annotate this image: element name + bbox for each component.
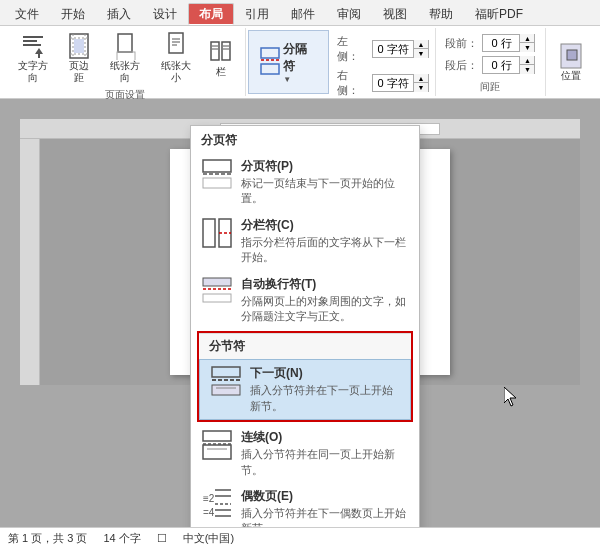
orientation-label: 纸张方向 (106, 60, 145, 84)
svg-rect-18 (222, 42, 230, 60)
svg-rect-28 (203, 160, 231, 172)
svg-rect-39 (212, 385, 240, 395)
text-wrap-icon (201, 276, 233, 308)
continuous-icon (201, 429, 233, 461)
svg-rect-43 (203, 445, 231, 459)
menu-item-even-page[interactable]: ≡2 =4 偶数页(E) 插入分节符并在下一偶数页上开始新节。 (191, 483, 419, 527)
ribbon: 文字方向 页边距 (0, 26, 600, 99)
before-down[interactable]: ▼ (520, 43, 534, 52)
char-count: 14 个字 (103, 531, 140, 546)
svg-rect-30 (203, 178, 231, 188)
breaks-button[interactable]: 分隔符 ▼ (255, 39, 322, 86)
page-info: 第 1 页，共 3 页 (8, 531, 87, 546)
before-arrows: ▲ ▼ (519, 34, 534, 52)
menu-item-next-page-text: 下一页(N) 插入分节符并在下一页上开始新节。 (250, 365, 400, 414)
columns-icon (207, 38, 235, 66)
tab-design[interactable]: 设计 (142, 3, 188, 25)
menu-item-column-break[interactable]: 分栏符(C) 指示分栏符后面的文字将从下一栏开始。 (191, 212, 419, 271)
menu-item-text-wrap-text: 自动换行符(T) 分隔网页上的对象周围的文字，如分隔题注文字与正文。 (241, 276, 409, 325)
tab-review[interactable]: 审阅 (326, 3, 372, 25)
tab-layout[interactable]: 布局 (188, 3, 234, 25)
indent-right-down[interactable]: ▼ (414, 83, 428, 92)
breaks-group: 分隔符 ▼ (248, 30, 329, 94)
status-bar: 第 1 页，共 3 页 14 个字 ☐ 中文(中国) (0, 527, 600, 549)
indent-left-spin[interactable]: ▲ ▼ (372, 40, 429, 58)
position-button[interactable]: 位置 (553, 40, 589, 84)
svg-rect-12 (117, 52, 135, 60)
position-group: 位置 (546, 28, 596, 96)
menu-item-continuous-desc: 插入分节符并在同一页上开始新节。 (241, 447, 409, 478)
before-up[interactable]: ▲ (520, 34, 534, 43)
indent-left-down[interactable]: ▼ (414, 49, 428, 58)
indent-left-label: 左侧： (337, 34, 368, 64)
text-direction-button[interactable]: 文字方向 (10, 30, 57, 86)
main-area: 这是封面 ¶ ¶ ¶ ¶ ¶ (0, 99, 600, 527)
breaks-menu: 分页符 分页符(P) 标记一页结束与下一页开始的位置。 (190, 125, 420, 527)
size-label: 纸张大小 (157, 60, 196, 84)
menu-item-continuous[interactable]: 连续(O) 插入分节符并在同一页上开始新节。 (191, 424, 419, 483)
indent-left-arrows: ▲ ▼ (413, 40, 428, 58)
menu-item-continuous-title: 连续(O) (241, 429, 409, 446)
before-input[interactable] (483, 37, 519, 49)
svg-rect-41 (203, 431, 231, 441)
tab-view[interactable]: 视图 (372, 3, 418, 25)
spacing-group: 段前： ▲ ▼ 段后： (436, 28, 546, 96)
size-button[interactable]: 纸张大小 (153, 30, 200, 86)
menu-item-next-page[interactable]: 下一页(N) 插入分节符并在下一页上开始新节。 (199, 359, 411, 420)
menu-item-page-break[interactable]: 分页符(P) 标记一页结束与下一页开始的位置。 (191, 153, 419, 212)
tab-help[interactable]: 帮助 (418, 3, 464, 25)
margins-icon (65, 32, 93, 60)
next-page-icon (210, 365, 242, 397)
svg-rect-23 (261, 48, 279, 58)
indent-right-up[interactable]: ▲ (414, 74, 428, 83)
svg-rect-13 (169, 33, 183, 53)
indent-right-spin[interactable]: ▲ ▼ (372, 74, 429, 92)
breaks-label: 分隔符 (283, 41, 318, 75)
menu-item-next-page-desc: 插入分节符并在下一页上开始新节。 (250, 383, 400, 414)
tab-references[interactable]: 引用 (234, 3, 280, 25)
position-label: 位置 (561, 70, 581, 82)
indent-left-input[interactable] (373, 43, 413, 55)
tab-file[interactable]: 文件 (4, 3, 50, 25)
ribbon-content: 文字方向 页边距 (0, 26, 600, 98)
spacing-icons: 段前： ▲ ▼ 段后： (445, 30, 535, 78)
menu-item-page-break-text: 分页符(P) 标记一页结束与下一页开始的位置。 (241, 158, 409, 207)
after-spin[interactable]: ▲ ▼ (482, 56, 535, 74)
text-direction-icon (19, 32, 47, 60)
after-label: 段后： (445, 58, 478, 73)
language-item: 中文(中国) (183, 531, 234, 546)
text-direction-label: 文字方向 (14, 60, 53, 84)
breaks-icon (259, 46, 281, 78)
after-arrows: ▲ ▼ (519, 56, 534, 74)
tab-foxit[interactable]: 福昕PDF (464, 3, 534, 25)
columns-label: 栏 (216, 66, 226, 78)
svg-rect-25 (261, 64, 279, 74)
page-count: 第 1 页，共 3 页 (8, 531, 87, 546)
position-icons: 位置 (553, 30, 589, 94)
menu-item-text-wrap-title: 自动换行符(T) (241, 276, 409, 293)
menu-item-column-break-text: 分栏符(C) 指示分栏符后面的文字将从下一栏开始。 (241, 217, 409, 266)
tab-insert[interactable]: 插入 (96, 3, 142, 25)
after-up[interactable]: ▲ (520, 56, 534, 65)
after-down[interactable]: ▼ (520, 65, 534, 74)
menu-item-text-wrap[interactable]: 自动换行符(T) 分隔网页上的对象周围的文字，如分隔题注文字与正文。 (191, 271, 419, 330)
margins-button[interactable]: 页边距 (61, 30, 98, 86)
menu-item-continuous-text: 连续(O) 插入分节符并在同一页上开始新节。 (241, 429, 409, 478)
menu-item-page-break-title: 分页符(P) (241, 158, 409, 175)
svg-rect-37 (212, 367, 240, 377)
svg-text:=4: =4 (203, 507, 215, 518)
page-break-icon (201, 158, 233, 190)
svg-rect-36 (203, 294, 231, 302)
indent-left-up[interactable]: ▲ (414, 40, 428, 49)
orientation-button[interactable]: 纸张方向 (102, 30, 149, 86)
svg-rect-2 (23, 44, 41, 46)
menu-item-page-break-desc: 标记一页结束与下一页开始的位置。 (241, 176, 409, 207)
spacing-label: 间距 (480, 80, 500, 94)
after-input[interactable] (483, 59, 519, 71)
tab-home[interactable]: 开始 (50, 3, 96, 25)
menu-item-next-page-title: 下一页(N) (250, 365, 400, 382)
before-spin[interactable]: ▲ ▼ (482, 34, 535, 52)
indent-right-input[interactable] (373, 77, 413, 89)
columns-button[interactable]: 栏 (203, 36, 239, 80)
tab-mailings[interactable]: 邮件 (280, 3, 326, 25)
